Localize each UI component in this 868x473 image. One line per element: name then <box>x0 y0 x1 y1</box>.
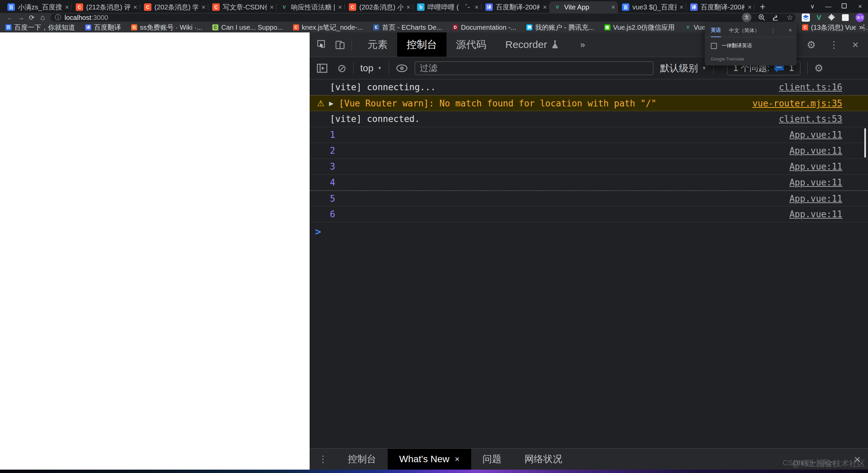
bookmark-item[interactable]: DDocumentation -... <box>452 24 516 31</box>
translate-page-icon[interactable]: 文 <box>742 13 751 22</box>
bookmarks-overflow-icon[interactable]: » <box>856 22 863 32</box>
drawer-close-icon[interactable]: × <box>854 453 861 466</box>
extension-layers-icon[interactable] <box>802 14 810 22</box>
context-selector[interactable]: top ▼ <box>360 63 382 74</box>
bookmark-item[interactable]: 腾我的账户 - 腾讯充... <box>526 23 594 32</box>
devtools-tab-console[interactable]: 控制台 <box>397 32 447 57</box>
bookmark-item[interactable]: 微Vue.js2.0仿微信应用 <box>604 23 675 32</box>
bookmark-item[interactable]: E首页 - ECharts De... <box>373 23 442 32</box>
console-message-row[interactable]: 2App.vue:11 <box>310 143 868 159</box>
expand-arrow-icon[interactable]: ▶ <box>329 100 334 107</box>
console-filter-input[interactable] <box>415 61 653 75</box>
tab-close-icon[interactable]: × <box>338 3 342 11</box>
translate-always-option[interactable]: 一律翻译英语 <box>705 37 797 52</box>
browser-tab[interactable]: 译百度翻译-200种语言互译...× <box>686 1 754 13</box>
tab-search-icon[interactable]: ∨ <box>804 3 820 10</box>
devtools-menu-kebab-icon[interactable]: ⋮ <box>829 39 839 50</box>
tab-close-icon[interactable]: × <box>679 3 683 11</box>
console-message-row[interactable]: 6App.vue:11 <box>310 206 868 222</box>
drawer-tab-network-conditions[interactable]: 网络状况 <box>513 449 574 470</box>
console-source-link[interactable]: client.ts:53 <box>779 114 842 124</box>
browser-tab[interactable]: C写文章-CSDN创作中心× <box>208 1 276 13</box>
clear-console-icon[interactable]: ⊘ <box>337 62 346 75</box>
console-source-link[interactable]: vue-router.mjs:35 <box>752 98 842 108</box>
address-bar[interactable]: ⓘ localhost :3000 文 ☆ <box>51 14 796 22</box>
translate-popup-kebab-icon[interactable]: ⋮ <box>771 27 776 36</box>
bookmark-item[interactable]: 百百度一下，你就知道 <box>5 23 75 32</box>
translate-always-checkbox[interactable] <box>711 43 717 49</box>
forward-icon[interactable]: → <box>16 14 26 22</box>
devtools-tab-elements[interactable]: 元素 <box>358 32 397 57</box>
profile-avatar[interactable]: 满月 <box>855 13 864 22</box>
console-sidebar-icon[interactable] <box>316 63 328 74</box>
bookmark-item[interactable]: CCan I use... Suppo... <box>212 24 283 31</box>
maximize-button[interactable] <box>836 3 852 10</box>
tab-close-icon[interactable]: × <box>201 3 206 11</box>
tab-close-icon[interactable]: × <box>270 3 274 11</box>
browser-tab[interactable]: C(212条消息) 评论和@-消息× <box>72 1 140 13</box>
site-info-icon[interactable]: ⓘ <box>55 13 61 22</box>
bookmark-item[interactable]: 译百度翻译 <box>85 23 121 32</box>
tab-close-icon[interactable]: × <box>475 3 479 11</box>
browser-tab[interactable]: b哔哩哔哩 ( ゜- ゜)つロ 干杯× <box>413 1 481 13</box>
translate-popup-close-icon[interactable]: × <box>789 27 792 37</box>
drawer-menu-kebab-icon[interactable]: ⋮ <box>310 454 336 465</box>
devtools-tab-recorder[interactable]: Recorder <box>496 32 569 57</box>
devtools-settings-icon[interactable]: ⚙ <box>806 39 816 51</box>
devtools-tab-sources[interactable]: 源代码 <box>447 32 496 57</box>
share-icon[interactable] <box>772 14 780 21</box>
devtools-close-icon[interactable]: × <box>852 39 859 51</box>
drawer-tab-whats-new[interactable]: What's New× <box>388 449 471 470</box>
console-source-link[interactable]: App.vue:11 <box>789 146 842 156</box>
device-toolbar-icon[interactable] <box>335 39 345 50</box>
console-source-link[interactable]: App.vue:11 <box>789 130 842 140</box>
tab-close-icon[interactable]: × <box>543 3 547 11</box>
console-message-row[interactable]: 1App.vue:11 <box>310 127 868 143</box>
console-message-row[interactable]: ⚠▶[Vue Router warn]: No match found for … <box>310 95 868 111</box>
console-message-row[interactable]: [vite] connecting...client.ts:16 <box>310 79 868 95</box>
bookmark-item[interactable]: Gss免费账号 · Wiki ·... <box>131 23 202 32</box>
browser-tab[interactable]: V响应性语法糖 | Vue.js× <box>276 1 345 13</box>
browser-tab[interactable]: C(202条消息) 小满nestjs (...× <box>345 1 413 13</box>
tab-close-icon[interactable]: × <box>133 3 137 11</box>
tab-close-icon[interactable]: × <box>406 3 410 11</box>
translate-tab-english[interactable]: 英语 <box>711 27 721 37</box>
console-message-row[interactable]: 3App.vue:11 <box>310 159 868 175</box>
tab-close-icon[interactable]: × <box>65 3 69 11</box>
browser-tab[interactable]: VVite App× <box>550 1 618 13</box>
live-expression-eye-icon[interactable] <box>396 64 408 73</box>
console-settings-icon[interactable]: ⚙ <box>814 62 823 74</box>
console-message-row[interactable]: 4App.vue:11 <box>310 175 868 191</box>
bookmark-star-icon[interactable]: ☆ <box>787 14 793 22</box>
console-source-link[interactable]: App.vue:11 <box>789 194 842 204</box>
back-icon[interactable]: ← <box>5 14 16 22</box>
console-message-row[interactable]: [vite] connected.client.ts:53 <box>310 111 868 127</box>
inspect-element-icon[interactable] <box>316 39 327 50</box>
browser-tab[interactable]: C(202条消息) 学习Pinia 第...× <box>140 1 208 13</box>
console-prompt-row[interactable]: > <box>310 222 868 241</box>
minimize-button[interactable]: — <box>820 3 836 10</box>
console-source-link[interactable]: client.ts:16 <box>779 82 842 92</box>
more-panels-icon[interactable]: » <box>580 40 585 50</box>
console-source-link[interactable]: App.vue:11 <box>789 209 842 219</box>
console-source-link[interactable]: App.vue:11 <box>789 177 842 188</box>
close-window-button[interactable]: × <box>852 3 868 10</box>
browser-tab[interactable]: 百vue3 $()_百度搜索× <box>618 1 686 13</box>
extension-notes-icon[interactable] <box>842 14 849 21</box>
browser-tab[interactable]: 百小满zs_百度搜索× <box>3 1 72 13</box>
home-icon[interactable]: ⌂ <box>37 13 48 22</box>
translate-tab-chinese[interactable]: 中文（简体） <box>729 27 760 37</box>
console-message-row[interactable]: 5App.vue:11 <box>310 191 868 206</box>
tab-close-icon[interactable]: × <box>611 3 615 11</box>
refresh-icon[interactable]: ⟳ <box>26 14 37 22</box>
extension-vue-devtools-icon[interactable]: V <box>817 14 821 22</box>
new-tab-button[interactable]: + <box>760 2 765 11</box>
log-level-selector[interactable]: 默认级别 ▼ <box>660 62 706 75</box>
browser-tab[interactable]: 译百度翻译-200种语言互译...× <box>481 1 550 13</box>
extensions-puzzle-icon[interactable] <box>828 14 835 21</box>
bookmark-item[interactable]: Cknex.js笔记_node-... <box>293 23 363 32</box>
drawer-tab-close-icon[interactable]: × <box>455 454 460 464</box>
console-scrollbar-thumb[interactable] <box>864 128 866 157</box>
drawer-tab-console[interactable]: 控制台 <box>336 449 388 470</box>
tab-close-icon[interactable]: × <box>748 3 752 11</box>
